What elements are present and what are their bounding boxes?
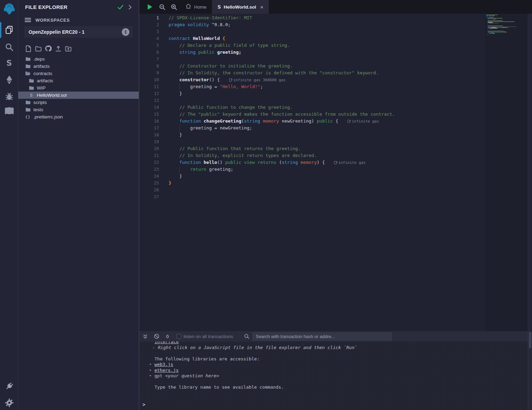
editor-toolbar: Home S HelloWorld.sol × (139, 0, 532, 14)
code-line: 3 (139, 28, 483, 35)
code-line: 5 // Declare a public field of type stri… (139, 42, 483, 49)
panel-chevron-right-icon[interactable] (128, 5, 132, 11)
terminal-toolbar: 0 listen on all transactions (139, 331, 532, 341)
code-line: 1// SPDX-License-Identifier: MIT (139, 14, 483, 21)
accept-check-icon[interactable] (117, 4, 124, 11)
code-line: 19 (139, 138, 483, 145)
close-tab-icon[interactable]: × (260, 4, 263, 10)
editor-scrollbar[interactable] (528, 14, 532, 331)
code-line: 12 } (139, 90, 483, 97)
code-line: 13 (139, 97, 483, 104)
solidity-icon: S (29, 93, 34, 98)
code-editor[interactable]: 1// SPDX-License-Identifier: MIT2pragma … (139, 14, 483, 331)
learneth-icon[interactable] (0, 105, 18, 117)
code-line: 23 return greeting; (139, 166, 483, 173)
json-icon: {} (25, 115, 31, 119)
tree-item-label: artifacts (37, 78, 53, 83)
zoom-in-icon[interactable] (168, 0, 179, 14)
code-line: 25} (139, 180, 483, 187)
minimap-zone (485, 14, 528, 331)
tree-item-wip[interactable]: WIP (18, 84, 139, 92)
terminal-line: interface (139, 341, 528, 345)
code-line: 11 greeting = "Hello, World!"; (139, 83, 483, 90)
line-number: 16 (139, 118, 159, 125)
terminal-link[interactable]: ethers.js (155, 368, 179, 373)
tree-item-label: WIP (37, 85, 46, 91)
file-actions (25, 45, 72, 52)
tree-item-label: tests (33, 107, 43, 112)
tree-item-artifacts[interactable]: artifacts (18, 63, 139, 70)
gas-estimate: infinite gas (334, 160, 365, 165)
code-line: 26 (139, 187, 483, 193)
tree-item-tests[interactable]: tests (18, 106, 139, 113)
workspace-sort-icon[interactable] (122, 28, 129, 36)
tab-label: Home (194, 4, 206, 10)
folder-icon (25, 107, 31, 112)
workspace-name: OpenZeppelin ERC20 - 1 (29, 29, 122, 35)
line-number: 21 (139, 152, 159, 159)
tree-item-artifacts[interactable]: artifacts (18, 77, 139, 84)
run-script-icon[interactable] (144, 0, 155, 14)
tree-item-label: .prettierrc.json (33, 114, 63, 119)
line-number: 1 (139, 14, 159, 21)
gas-estimate: infinite gas 368600 gas (229, 78, 286, 82)
upload-file-icon[interactable] (55, 45, 62, 52)
clear-console-icon[interactable] (154, 334, 159, 339)
terminal-line: The following libraries are accessible: (139, 356, 528, 362)
folder-icon (25, 57, 31, 61)
search-icon[interactable] (0, 41, 18, 52)
workspaces-menu-icon[interactable] (25, 18, 31, 22)
new-folder-icon[interactable] (35, 45, 42, 52)
line-number: 4 (139, 35, 159, 42)
tree-item-scripts[interactable]: scripts (18, 99, 139, 106)
line-number: 5 (139, 42, 159, 49)
listen-transactions-checkbox[interactable] (177, 334, 181, 339)
terminal-line: • gpt <your question here> (139, 373, 528, 379)
tree-item--prettierrc-json[interactable]: {}.prettierrc.json (18, 113, 139, 120)
tab-helloworld-sol[interactable]: S HelloWorld.sol × (212, 0, 269, 14)
solidity-icon: S (217, 4, 221, 10)
expand-terminal-icon[interactable] (143, 334, 148, 339)
line-number: 20 (139, 145, 159, 152)
file-explorer-panel: FILE EXPLORER WORKSPACES OpenZeppelin ER… (18, 0, 139, 410)
panel-resize-handle[interactable] (139, 0, 139, 410)
settings-icon[interactable] (0, 397, 18, 409)
terminal-link[interactable]: interface (155, 341, 179, 344)
code-line: 4contract HelloWorld { (139, 35, 483, 42)
line-number: 18 (139, 132, 159, 138)
terminal-output: > interface- Right click on a JavaScript… (139, 341, 528, 410)
plugin-manager-icon[interactable] (0, 380, 18, 392)
clone-github-icon[interactable] (45, 45, 52, 52)
tree-item-helloworld-sol[interactable]: SHelloWorld.sol (18, 92, 139, 99)
file-explorer-icon[interactable] (0, 24, 18, 35)
terminal-blank-line (139, 379, 528, 385)
minimap[interactable] (485, 14, 528, 38)
bullet-icon: • (149, 362, 155, 367)
tab-home[interactable]: Home (180, 0, 212, 14)
transaction-search-input[interactable] (252, 332, 392, 341)
line-number: 7 (139, 56, 159, 63)
terminal-prompt[interactable]: > (142, 402, 145, 407)
workspace-select[interactable]: OpenZeppelin ERC20 - 1 (24, 26, 133, 38)
folder-icon (25, 100, 31, 105)
debugger-icon[interactable] (0, 91, 18, 102)
tree-item--deps[interactable]: .deps (18, 55, 139, 63)
terminal-search-icon (244, 334, 249, 339)
tree-item-label: .deps (33, 56, 45, 62)
bullet-icon: • (149, 373, 155, 378)
line-number: 11 (139, 83, 159, 90)
line-number: 9 (139, 70, 159, 76)
code-line: 27 (139, 193, 483, 200)
tree-item-contracts[interactable]: contracts (18, 70, 139, 77)
line-number: 2 (139, 21, 159, 28)
upload-folder-icon[interactable] (65, 45, 72, 52)
solidity-compiler-icon[interactable]: S (0, 57, 18, 69)
zoom-out-icon[interactable] (157, 0, 168, 14)
terminal-scrollbar[interactable] (528, 331, 532, 410)
deploy-and-run-icon[interactable] (0, 74, 18, 86)
home-icon (185, 3, 191, 10)
code-line: 6 string public greeting; (139, 49, 483, 56)
terminal-link[interactable]: web3.js (155, 362, 173, 367)
remix-logo[interactable] (0, 3, 18, 17)
new-file-icon[interactable] (25, 45, 32, 52)
